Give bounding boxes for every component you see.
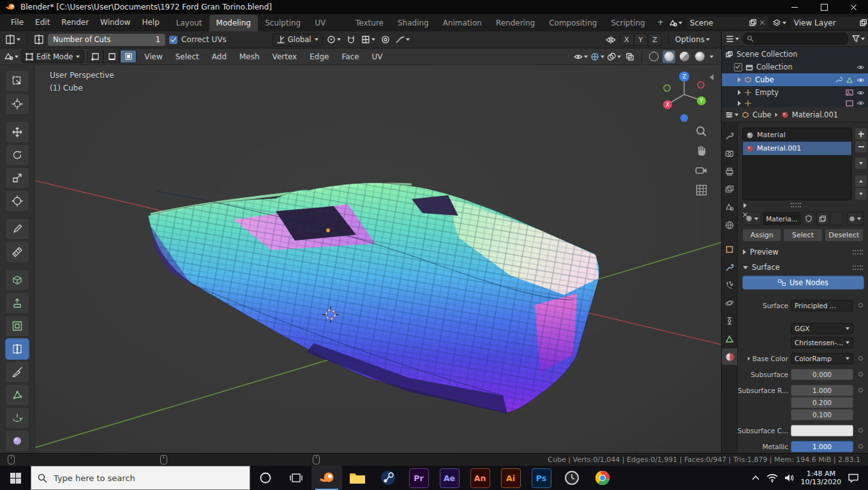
xray-toggle-button[interactable]	[624, 50, 636, 63]
tool-smooth-button[interactable]	[5, 430, 29, 452]
material-slot-1[interactable]: Material	[743, 128, 851, 142]
tool-annotate-button[interactable]	[5, 218, 29, 240]
browse-view-layer-button[interactable]	[773, 17, 786, 29]
tab-compositing[interactable]: Compositing	[542, 15, 604, 31]
orthographic-toggle-button[interactable]	[693, 182, 710, 198]
tab-physics[interactable]	[722, 295, 737, 311]
move-slot-down-button[interactable]	[855, 188, 867, 200]
outliner-row-empty[interactable]: Empty	[722, 86, 868, 99]
tool-spin-button[interactable]	[5, 407, 29, 429]
breadcrumb-object[interactable]: Cube	[752, 110, 772, 119]
tab-sculpting[interactable]: Sculpting	[258, 15, 308, 31]
browse-scene-button[interactable]	[669, 17, 682, 29]
viewport-menu-mesh[interactable]: Mesh	[234, 48, 265, 65]
menu-edit[interactable]: Edit	[29, 14, 56, 31]
animate-dot-icon[interactable]	[858, 428, 863, 433]
overlays-dropdown[interactable]	[607, 50, 621, 63]
taskbar-clock[interactable]: 1:48 AM 10/13/2020	[801, 470, 841, 486]
tool-select-box-button[interactable]	[5, 70, 29, 92]
taskbar-app-animate[interactable]: An	[465, 466, 495, 490]
material-slot-2[interactable]: Material.001	[743, 142, 851, 155]
axis-neg-y-ball[interactable]	[664, 85, 670, 91]
fake-user-button[interactable]	[802, 212, 815, 225]
viewport-menu-face[interactable]: Face	[336, 48, 364, 65]
animate-dot-icon[interactable]	[858, 356, 863, 360]
base-color-dropdown[interactable]: ColorRamp	[791, 353, 853, 364]
viewport-3d[interactable]: User Perspective (1) Cube Z X Y	[0, 65, 721, 453]
pivot-point-dropdown[interactable]	[327, 33, 341, 46]
subsurface-radius-y-field[interactable]: 0.200	[791, 397, 853, 408]
minimize-button[interactable]	[780, 0, 809, 14]
eye-icon[interactable]	[857, 90, 865, 96]
slot-expand-arrow[interactable]	[744, 203, 747, 208]
taskbar-app-illustrator[interactable]: Ai	[495, 466, 526, 490]
material-link-dropdown[interactable]	[847, 212, 864, 225]
eye-icon[interactable]	[857, 64, 865, 70]
viewport-menu-view[interactable]: View	[139, 48, 167, 65]
tab-scene[interactable]	[722, 199, 737, 216]
select-button[interactable]: Select	[783, 228, 822, 242]
material-slot-list[interactable]: Material Material.001	[742, 128, 852, 200]
tab-animation[interactable]: Animation	[436, 15, 489, 31]
tab-texture-paint[interactable]: Texture Paint	[348, 15, 391, 31]
tab-world[interactable]	[722, 217, 737, 234]
search-input[interactable]	[52, 473, 227, 484]
preview-section-header[interactable]: Preview	[737, 245, 868, 259]
taskbar-app-after-effects[interactable]: Ae	[434, 466, 465, 490]
tool-move-button[interactable]	[5, 121, 29, 143]
properties-editor-dropdown[interactable]	[725, 108, 738, 121]
task-view-button[interactable]	[281, 466, 311, 490]
axis-neg-z-ball[interactable]	[680, 114, 688, 122]
tab-view-layer[interactable]	[722, 181, 737, 198]
subsurface-radius-z-field[interactable]: 0.100	[791, 409, 853, 420]
cortana-button[interactable]	[250, 466, 281, 490]
viewport-menu-uv[interactable]: UV	[367, 48, 388, 65]
menu-help[interactable]: Help	[136, 14, 165, 31]
material-specials-button[interactable]	[855, 157, 867, 170]
new-material-button[interactable]	[816, 212, 829, 225]
eye-icon[interactable]	[857, 100, 865, 106]
tab-uv-editing[interactable]: UV Editing	[308, 15, 348, 31]
action-center-icon[interactable]	[848, 473, 859, 483]
deselect-button[interactable]: Deselect	[825, 228, 864, 242]
view-layer-selector[interactable]: View Layer	[790, 16, 868, 30]
disclosure-triangle-icon[interactable]	[738, 90, 741, 95]
tab-constraints[interactable]	[722, 313, 737, 329]
options-dropdown[interactable]: Options	[675, 33, 710, 46]
tab-particles[interactable]	[722, 277, 737, 293]
gizmos-dropdown[interactable]	[590, 50, 604, 63]
metallic-slider[interactable]: 1.000	[791, 441, 853, 452]
scene-selector[interactable]: Scene	[686, 16, 769, 30]
tool-rotate-button[interactable]	[5, 144, 29, 166]
outliner-row-cube[interactable]: Cube	[722, 73, 868, 86]
navigation-gizmo[interactable]: Z X Y	[657, 69, 711, 122]
tool-cursor-button[interactable]	[5, 93, 29, 115]
camera-view-button[interactable]	[693, 162, 710, 179]
surface-section-header[interactable]: Surface	[737, 260, 868, 274]
tab-object[interactable]	[722, 241, 737, 258]
animate-dot-icon[interactable]	[858, 372, 863, 376]
subsurface-radius-x-field[interactable]: 1.000	[791, 385, 853, 396]
proportional-falloff-dropdown[interactable]	[396, 33, 410, 46]
transform-orientation-dropdown[interactable]: Global	[273, 33, 323, 47]
outliner-row-collection[interactable]: Collection	[722, 61, 868, 73]
tool-add-cube-button[interactable]	[5, 269, 29, 291]
add-workspace-button[interactable]: +	[652, 14, 669, 31]
viewport-menu-edge[interactable]: Edge	[304, 48, 334, 65]
tool-knife-button[interactable]	[5, 361, 29, 383]
animate-dot-icon[interactable]	[858, 303, 863, 308]
menu-window[interactable]: Window	[94, 14, 136, 31]
pan-button[interactable]	[693, 142, 710, 159]
snap-target-dropdown[interactable]	[361, 33, 375, 46]
menu-render[interactable]: Render	[56, 14, 94, 31]
editor-type-dropdown[interactable]	[4, 50, 19, 63]
viewport-3d-canvas[interactable]	[0, 65, 721, 453]
correct-uvs-checkbox[interactable]	[169, 36, 177, 44]
tab-scripting[interactable]: Scripting	[604, 15, 652, 31]
tool-scale-button[interactable]	[5, 167, 29, 189]
outliner-row-partial[interactable]	[722, 99, 868, 107]
outliner-row-scene-collection[interactable]: Scene Collection	[722, 48, 868, 61]
zoom-button[interactable]	[693, 123, 710, 140]
taskbar-app-blender[interactable]	[311, 466, 342, 490]
viewport-menu-add[interactable]: Add	[207, 48, 232, 65]
